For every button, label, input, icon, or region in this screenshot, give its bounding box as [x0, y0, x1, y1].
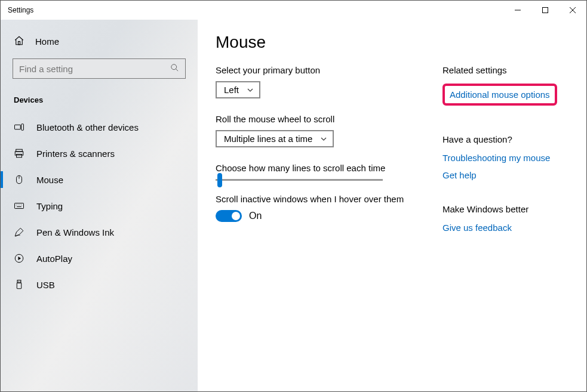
mouse-icon — [14, 174, 24, 185]
title-bar: Settings — [1, 1, 586, 20]
autoplay-icon — [14, 253, 24, 264]
sidebar-item-bluetooth[interactable]: Bluetooth & other devices — [1, 114, 198, 140]
dropdown-value: Left — [224, 85, 239, 95]
hover-scroll-toggle[interactable] — [216, 210, 242, 222]
sidebar-item-label: Printers & scanners — [36, 149, 115, 159]
sidebar-item-label: AutoPlay — [36, 254, 72, 264]
home-label: Home — [35, 36, 59, 47]
primary-button-label: Select your primary button — [216, 65, 407, 75]
related-settings-heading: Related settings — [442, 65, 568, 75]
lines-scroll-slider[interactable] — [216, 179, 383, 181]
search-box[interactable] — [13, 58, 186, 79]
get-help-link[interactable]: Get help — [442, 170, 568, 180]
home-nav[interactable]: Home — [1, 32, 198, 58]
window-controls — [504, 1, 586, 20]
svg-rect-14 — [15, 203, 24, 209]
svg-rect-4 — [19, 42, 20, 45]
sidebar-item-label: Typing — [36, 201, 63, 211]
lines-scroll-label: Choose how many lines to scroll each tim… — [216, 163, 407, 173]
sidebar-item-label: USB — [36, 280, 55, 290]
chevron-down-icon — [321, 134, 327, 144]
svg-rect-22 — [17, 280, 21, 283]
highlight-annotation: Additional mouse options — [442, 84, 557, 106]
home-icon — [14, 35, 24, 48]
usb-icon — [14, 279, 24, 290]
printer-icon — [14, 148, 24, 159]
sidebar: Home Devices Bluetooth & other devices P… — [1, 20, 198, 391]
toggle-state-label: On — [249, 211, 262, 221]
feedback-link[interactable]: Give us feedback — [442, 223, 568, 233]
make-windows-better-heading: Make Windows better — [442, 204, 568, 214]
roll-wheel-dropdown[interactable]: Multiple lines at a time — [216, 130, 334, 147]
pen-icon — [14, 227, 24, 237]
svg-rect-11 — [17, 155, 22, 158]
section-header: Devices — [1, 91, 198, 114]
hover-scroll-label: Scroll inactive windows when I hover ove… — [216, 194, 407, 204]
page-title: Mouse — [216, 33, 407, 52]
svg-marker-21 — [19, 257, 21, 260]
sidebar-item-label: Bluetooth & other devices — [36, 122, 139, 132]
dropdown-value: Multiple lines at a time — [224, 134, 312, 144]
sidebar-item-usb[interactable]: USB — [1, 271, 198, 298]
svg-rect-7 — [15, 125, 21, 129]
search-input[interactable] — [19, 64, 147, 74]
svg-rect-1 — [543, 8, 548, 13]
sidebar-item-label: Pen & Windows Ink — [36, 227, 114, 237]
close-button[interactable] — [559, 1, 586, 20]
minimize-button[interactable] — [504, 1, 531, 20]
devices-icon — [14, 122, 24, 132]
svg-line-6 — [176, 69, 178, 71]
roll-wheel-label: Roll the mouse wheel to scroll — [216, 114, 407, 124]
content-area: Mouse Select your primary button Left Ro… — [198, 20, 586, 391]
svg-point-5 — [171, 64, 177, 69]
window-title: Settings — [8, 6, 33, 14]
sidebar-item-mouse[interactable]: Mouse — [1, 166, 198, 193]
question-heading: Have a question? — [442, 134, 568, 144]
svg-rect-8 — [21, 124, 24, 131]
search-icon — [170, 63, 179, 75]
primary-button-dropdown[interactable]: Left — [216, 81, 260, 98]
svg-rect-23 — [17, 283, 21, 289]
sidebar-item-autoplay[interactable]: AutoPlay — [1, 245, 198, 271]
maximize-button[interactable] — [531, 1, 559, 20]
keyboard-icon — [14, 200, 24, 211]
troubleshoot-mouse-link[interactable]: Troubleshooting my mouse — [442, 153, 568, 163]
sidebar-item-printers[interactable]: Printers & scanners — [1, 140, 198, 166]
sidebar-item-pen[interactable]: Pen & Windows Ink — [1, 219, 198, 245]
additional-mouse-options-link[interactable]: Additional mouse options — [450, 89, 550, 100]
sidebar-item-typing[interactable]: Typing — [1, 193, 198, 219]
chevron-down-icon — [247, 85, 253, 95]
sidebar-item-label: Mouse — [36, 175, 63, 185]
slider-thumb[interactable] — [217, 173, 222, 187]
svg-rect-9 — [16, 149, 23, 152]
